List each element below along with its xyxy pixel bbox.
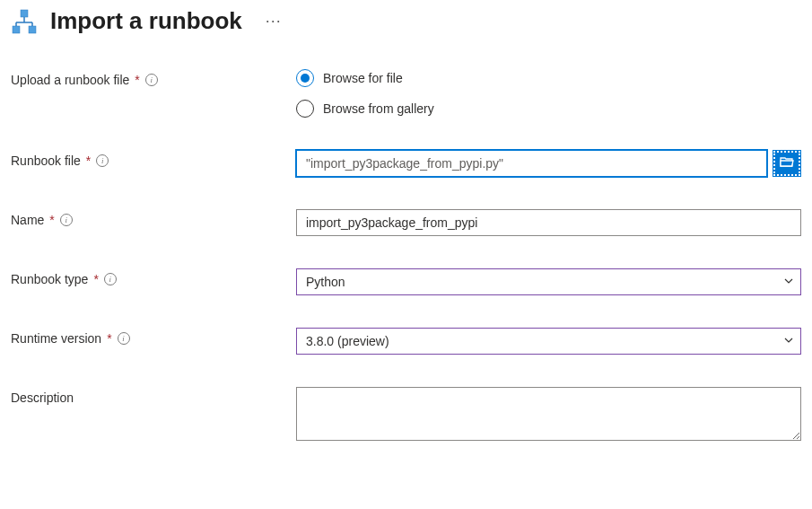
info-icon[interactable]: i: [118, 332, 130, 345]
radio-empty-icon: [296, 100, 314, 118]
page-header: Import a runbook ···: [11, 7, 801, 35]
folder-icon: [780, 155, 794, 171]
upload-row: Upload a runbook file * i Browse for fil…: [11, 69, 801, 118]
runbook-type-field-col: Python: [296, 268, 801, 295]
runbook-type-label-col: Runbook type * i: [11, 268, 296, 286]
runbook-type-select-wrap: Python: [296, 268, 801, 295]
name-label-col: Name * i: [11, 209, 296, 227]
required-star: *: [49, 213, 54, 227]
more-actions-button[interactable]: ···: [266, 12, 282, 31]
radio-browse-gallery[interactable]: Browse from gallery: [296, 100, 801, 118]
runbook-type-row: Runbook type * i Python: [11, 268, 801, 295]
info-icon[interactable]: i: [145, 74, 158, 86]
description-field-col: [296, 387, 801, 444]
runtime-version-value: 3.8.0 (preview): [306, 334, 389, 348]
runbook-file-label-col: Runbook file * i: [11, 150, 296, 168]
upload-radio-group: Browse for file Browse from gallery: [296, 69, 801, 118]
runbook-file-row: Runbook file * i: [11, 150, 801, 177]
required-star: *: [86, 154, 91, 168]
required-star: *: [93, 272, 98, 286]
upload-field-col: Browse for file Browse from gallery: [296, 69, 801, 118]
upload-label: Upload a runbook file: [11, 73, 129, 87]
name-input[interactable]: [296, 209, 801, 236]
svg-rect-0: [21, 10, 28, 17]
runtime-version-label: Runtime version: [11, 331, 101, 346]
radio-dot-icon: [296, 69, 314, 87]
runbook-icon: [11, 8, 38, 35]
runbook-file-input[interactable]: [296, 150, 767, 177]
description-row: Description: [11, 387, 801, 444]
runbook-file-field-col: [296, 150, 801, 177]
name-label: Name: [11, 213, 44, 227]
name-field-col: [296, 209, 801, 236]
radio-browse-file-label: Browse for file: [323, 71, 403, 85]
runbook-file-label: Runbook file: [11, 154, 81, 168]
runtime-version-field-col: 3.8.0 (preview): [296, 328, 801, 355]
svg-rect-6: [29, 26, 36, 33]
name-row: Name * i: [11, 209, 801, 236]
description-input[interactable]: [296, 387, 801, 441]
info-icon[interactable]: i: [96, 154, 109, 167]
svg-rect-5: [13, 26, 20, 33]
radio-browse-file[interactable]: Browse for file: [296, 69, 801, 87]
runbook-type-label: Runbook type: [11, 272, 88, 286]
runtime-version-row: Runtime version * i 3.8.0 (preview): [11, 328, 801, 355]
info-icon[interactable]: i: [60, 214, 73, 226]
upload-label-col: Upload a runbook file * i: [11, 69, 296, 87]
description-label-col: Description: [11, 387, 296, 405]
description-label: Description: [11, 391, 74, 405]
runtime-version-select[interactable]: 3.8.0 (preview): [296, 328, 801, 355]
file-input-row: [296, 150, 801, 177]
runtime-version-label-col: Runtime version * i: [11, 328, 296, 346]
required-star: *: [107, 331, 111, 346]
runbook-type-select[interactable]: Python: [296, 268, 801, 295]
info-icon[interactable]: i: [104, 273, 117, 285]
runtime-version-select-wrap: 3.8.0 (preview): [296, 328, 801, 355]
required-star: *: [135, 73, 139, 87]
page-title: Import a runbook: [50, 7, 242, 35]
runbook-type-value: Python: [306, 275, 345, 289]
browse-file-button[interactable]: [773, 150, 801, 177]
radio-browse-gallery-label: Browse from gallery: [323, 101, 434, 116]
